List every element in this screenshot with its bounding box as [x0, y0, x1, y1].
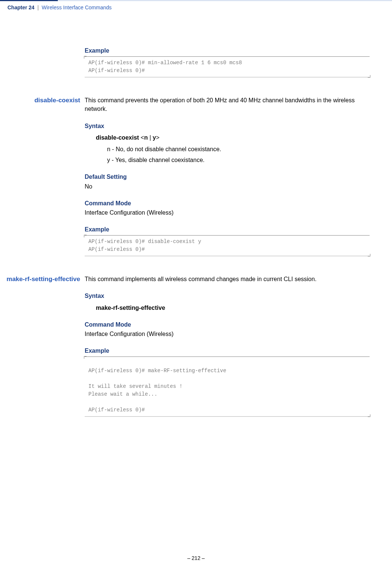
code-block: AP(if-wireless 0)# disable-coexist y AP(…	[85, 235, 370, 256]
content-area: Example AP(if-wireless 0)# min-allowed-r…	[0, 16, 392, 417]
command-description: This command implements all wireless com…	[85, 275, 370, 283]
header-accent-bar	[0, 0, 58, 1]
left-gutter: make-rf-setting-effective	[0, 275, 85, 283]
syntax-command: disable-coexist	[96, 134, 139, 141]
page-number: – 212 –	[187, 555, 205, 561]
example-heading: Example	[85, 346, 370, 355]
section1-body: Example AP(if-wireless 0)# min-allowed-r…	[85, 46, 392, 77]
syntax-heading: Syntax	[85, 122, 370, 130]
syntax-command: make-rf-setting-effective	[96, 305, 165, 311]
section3-body: This command implements all wireless com…	[85, 275, 392, 417]
section-gap	[0, 77, 392, 96]
param-desc: - No, do not disable channel coexistance…	[110, 146, 221, 152]
param-key: n	[107, 146, 110, 152]
section-disable-coexist: disable-coexist This command prevents th…	[0, 96, 392, 256]
example-heading: Example	[85, 225, 370, 234]
chapter-title: Wireless Interface Commands	[42, 4, 112, 10]
syntax-arg-n: n	[144, 134, 148, 141]
page-footer: – 212 –	[0, 554, 392, 562]
chapter-separator: |	[37, 4, 39, 10]
syntax-line: make-rf-setting-effective	[96, 303, 370, 312]
mode-heading: Command Mode	[85, 320, 370, 329]
param-desc: - Yes, disable channel coexistance.	[110, 157, 205, 163]
page-header: Chapter 24 | Wireless Interface Commands	[0, 0, 392, 16]
header-light-bar	[58, 0, 392, 1]
chapter-number: Chapter 24	[7, 4, 34, 10]
param-y: y - Yes, disable channel coexistance.	[107, 156, 370, 164]
syntax-heading: Syntax	[85, 292, 370, 300]
syntax-pipe: |	[148, 134, 153, 141]
example-heading: Example	[85, 46, 370, 55]
section-make-rf: make-rf-setting-effective This command i…	[0, 275, 392, 417]
section2-body: This command prevents the operation of b…	[85, 96, 392, 256]
syntax-line: disable-coexist <n | y>	[96, 133, 370, 142]
left-gutter: disable-coexist	[0, 96, 85, 105]
command-description: This command prevents the operation of b…	[85, 96, 370, 113]
param-n: n - No, do not disable channel coexistan…	[107, 145, 370, 153]
command-name: make-rf-setting-effective	[7, 275, 80, 283]
default-heading: Default Setting	[85, 172, 370, 181]
mode-heading: Command Mode	[85, 199, 370, 208]
code-block: AP(if-wireless 0)# make-RF-setting-effec…	[85, 356, 370, 417]
param-key: y	[107, 157, 110, 163]
header-text: Chapter 24 | Wireless Interface Commands	[7, 4, 112, 11]
section-gap	[0, 256, 392, 275]
syntax-arg-y: y	[153, 134, 156, 141]
code-block: AP(if-wireless 0)# min-allowed-rate 1 6 …	[85, 56, 370, 77]
command-name: disable-coexist	[34, 97, 80, 104]
syntax-open: <	[139, 134, 144, 141]
page: Chapter 24 | Wireless Interface Commands…	[0, 0, 392, 573]
default-value: No	[85, 182, 370, 191]
section-example-row: Example AP(if-wireless 0)# min-allowed-r…	[0, 46, 392, 77]
mode-value: Interface Configuration (Wireless)	[85, 330, 370, 338]
mode-value: Interface Configuration (Wireless)	[85, 208, 370, 217]
syntax-close: >	[156, 134, 159, 141]
